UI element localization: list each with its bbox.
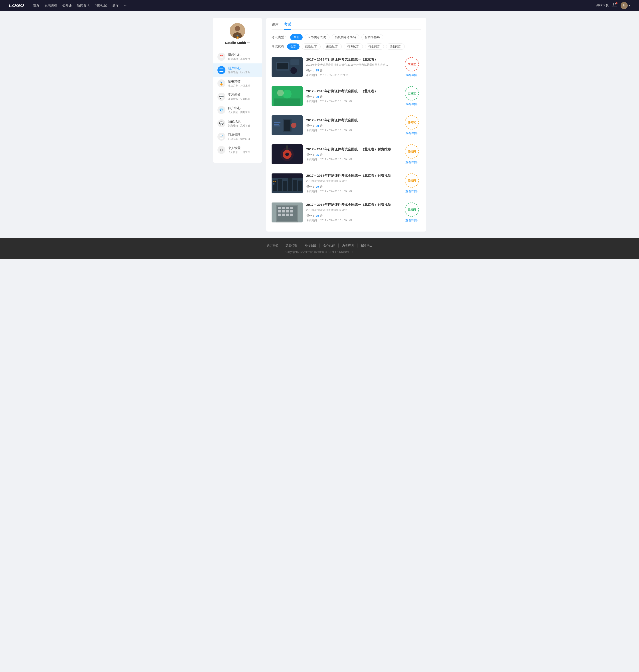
main-wrapper: 🏅 Natalie Smith ✏ 📅 课程中心 精彩课程，不容错过: [208, 11, 431, 238]
exam-status-stamp-4: 待批阅: [405, 144, 419, 159]
sidebar-item-question-bank[interactable]: 题库中心 海量习题，助力通关: [213, 63, 262, 77]
svg-rect-5: [219, 70, 223, 70]
content-layout: 🏅 Natalie Smith ✏ 📅 课程中心 精彩课程，不容错过: [213, 18, 426, 231]
exam-info-3: 2017－2018年行测证件考试全国统一 得分： 99 分 考试时间： 2019…: [306, 118, 399, 132]
exam-thumbnail-2[interactable]: [271, 86, 302, 106]
status-filter-failed[interactable]: 未通过(2): [323, 44, 342, 50]
svg-rect-11: [291, 60, 299, 65]
exam-thumbnail-1[interactable]: [271, 57, 302, 77]
sidebar-item-account[interactable]: 💎 账户中心 个人权益，实时掌握: [213, 103, 262, 117]
exam-time-5: 考试时间： 2019－05－03 10：09：09: [306, 190, 399, 193]
svg-point-19: [291, 123, 296, 128]
footer-link-partner[interactable]: 合作伙伴: [320, 243, 339, 247]
footer-link-sitemap[interactable]: 网站地图: [301, 243, 320, 247]
menu-text-course: 课程中心 精彩课程，不容错过: [228, 53, 250, 61]
footer-link-about[interactable]: 关于我们: [263, 243, 282, 247]
sidebar-item-certificate[interactable]: 🏅 证书荣誉 收获荣誉，持证上岗: [213, 77, 262, 90]
menu-text-qbank: 题库中心 海量习题，助力通关: [228, 66, 250, 74]
nav-home[interactable]: 首页: [33, 3, 39, 7]
tab-question-bank[interactable]: 题库: [271, 22, 279, 30]
nav-courses[interactable]: 发现课程: [45, 3, 57, 7]
exam-desc-1: 2018年行测考试是最值得多去研究 2018年行测考试是最值得多去研究 2018…: [306, 63, 390, 67]
exam-item-3: 2017－2018年行测证件考试全国统一 得分： 99 分 考试时间： 2019…: [271, 111, 421, 140]
score-unit-3: 分: [320, 124, 323, 128]
exam-detail-link-2[interactable]: 查看详情 ›: [405, 102, 418, 106]
exam-desc-6: 2018年行测考试是最值得多去研究: [306, 208, 390, 212]
exam-status-stamp-1: 未通过: [405, 57, 419, 71]
score-val-1: 25: [316, 69, 319, 72]
menu-sub-qa: 课后重温，疑难解答: [228, 97, 250, 101]
status-filter-reviewed[interactable]: 已批阅(2): [386, 44, 405, 50]
chat-icon: 💬: [217, 93, 225, 101]
exam-thumbnail-4[interactable]: [271, 144, 302, 164]
exam-detail-link-4[interactable]: 查看详情 ›: [405, 160, 418, 164]
type-filter-paid[interactable]: 付费批卷(6): [361, 34, 383, 41]
type-filter-row: 考试类型： 全部 证书类考试(4) 随机抽题考试(5) 付费批卷(6): [271, 34, 421, 41]
svg-rect-52: [286, 213, 289, 216]
exam-detail-link-1[interactable]: 查看详情 ›: [405, 73, 418, 77]
nav-question-bank[interactable]: 题库: [112, 3, 119, 7]
nav-qa[interactable]: 问答社区: [95, 3, 107, 7]
svg-point-10: [291, 67, 297, 74]
nav-links: 首页 发现课程 公开课 新闻资讯 问答社区 题库 ···: [33, 3, 596, 7]
svg-point-15: [277, 90, 284, 96]
svg-point-26: [285, 153, 289, 156]
exam-info-5: 2017－2018年行测证件考试全国统一（北京卷）付费批卷 2018年行测考试是…: [306, 174, 399, 193]
user-avatar-nav[interactable]: N ▾: [621, 2, 630, 9]
exam-item-5: 2017－2018年行测证件考试全国统一（北京卷）付费批卷 2018年行测考试是…: [271, 169, 421, 198]
exam-detail-link-5[interactable]: 查看详情 ›: [405, 189, 418, 193]
nav-open-course[interactable]: 公开课: [62, 3, 72, 7]
svg-rect-42: [278, 207, 281, 209]
exam-status-area-5: 待批阅 查看详情 ›: [403, 173, 421, 193]
exam-detail-link-3[interactable]: 查看详情 ›: [405, 131, 418, 135]
type-filter-cert[interactable]: 证书类考试(4): [305, 34, 329, 41]
score-label-2: 得分：: [306, 95, 315, 99]
status-filter-to-review[interactable]: 待批阅(2): [365, 44, 384, 50]
exam-info-1: 2017－2018年行测证件考试全国统一（北京卷） 2018年行测考试是最值得多…: [306, 58, 399, 77]
exam-score-1: 得分： 25 分: [306, 68, 399, 73]
avatar-img: N: [621, 2, 628, 9]
type-filter-random[interactable]: 随机抽题考试(5): [332, 34, 359, 41]
exam-thumbnail-5[interactable]: [271, 173, 302, 193]
exam-item-2: 2017－2018年行测证件考试全国统一（北京卷） 得分： 99 分 考试时间：…: [271, 82, 421, 111]
footer-link-recruit[interactable]: 招贤纳士: [357, 243, 376, 247]
sidebar-item-orders[interactable]: 📄 订单管理 订单支出，明明白白: [213, 130, 262, 143]
sidebar-item-course-center[interactable]: 📅 课程中心 精彩课程，不容错过: [213, 50, 262, 63]
exam-item-6: 2017－2018年行测证件考试全国统一（北京卷）付费批卷 2018年行测考试是…: [271, 198, 421, 227]
status-filter-passed[interactable]: 已通过(2): [302, 44, 321, 50]
logo[interactable]: LOGO: [9, 3, 24, 9]
menu-text-settings: 个人设置 个人信息，一键管理: [228, 146, 250, 154]
menu-sub-account: 个人权益，实时掌握: [228, 111, 250, 114]
notification-bell[interactable]: [612, 3, 617, 9]
edit-profile-icon[interactable]: ✏: [247, 41, 250, 44]
exam-time-6: 考试时间： 2019－05－03 10：09：09: [306, 219, 399, 222]
svg-rect-18: [284, 120, 291, 131]
exam-title-2: 2017－2018年行测证件考试全国统一（北京卷）: [306, 89, 399, 93]
status-filter-all[interactable]: 全部: [287, 44, 299, 50]
footer-copyright: Copyright© 云朵商学院 版权所有 京ICP备17051340号－1: [9, 250, 630, 254]
footer-link-agency[interactable]: 加盟代理: [282, 243, 301, 247]
sidebar-item-settings[interactable]: ⚙ 个人设置 个人信息，一键管理: [213, 143, 262, 157]
sidebar-item-study-qa[interactable]: 💬 学习问答 课后重温，疑难解答: [213, 90, 262, 103]
nav-more[interactable]: ···: [124, 3, 127, 7]
svg-rect-32: [283, 181, 287, 191]
svg-rect-4: [219, 68, 223, 69]
svg-rect-36: [274, 181, 275, 182]
status-filter-pending[interactable]: 待考试(2): [344, 44, 363, 50]
nav-news[interactable]: 新闻资讯: [77, 3, 90, 7]
svg-rect-46: [278, 210, 281, 212]
type-filter-all[interactable]: 全部: [290, 34, 302, 41]
svg-rect-9: [277, 63, 288, 69]
score-val-5: 99: [316, 185, 319, 188]
gear-icon: ⚙: [217, 146, 225, 154]
exam-detail-link-6[interactable]: 查看详情 ›: [405, 219, 418, 222]
footer-link-disclaimer[interactable]: 免责声明: [339, 243, 357, 247]
score-unit-1: 分: [320, 68, 323, 73]
sidebar-item-messages[interactable]: 💬 我的消息 消息通知，及时了解: [213, 117, 262, 130]
score-unit-6: 分: [320, 214, 323, 218]
exam-thumbnail-3[interactable]: [271, 115, 302, 135]
tab-exam[interactable]: 考试: [284, 22, 291, 30]
exam-thumbnail-6[interactable]: [271, 203, 302, 222]
app-download-link[interactable]: APP下载: [596, 3, 609, 7]
navbar: LOGO 首页 发现课程 公开课 新闻资讯 问答社区 题库 ··· APP下载 …: [0, 0, 639, 11]
